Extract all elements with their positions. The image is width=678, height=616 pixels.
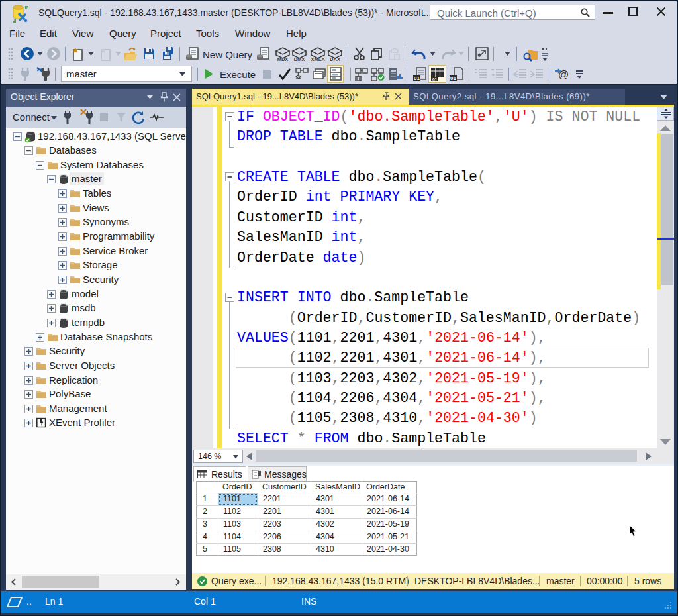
svg-text:DMX: DMX <box>294 56 305 62</box>
svg-text:MDX: MDX <box>277 56 289 62</box>
svg-text:01: 01 <box>414 76 420 81</box>
svg-text:01: 01 <box>450 76 456 81</box>
svg-text:XMLA: XMLA <box>311 56 325 62</box>
svg-text:01: 01 <box>432 77 438 82</box>
svg-text:@: @ <box>558 69 569 80</box>
svg-text:DAX: DAX <box>330 56 340 62</box>
